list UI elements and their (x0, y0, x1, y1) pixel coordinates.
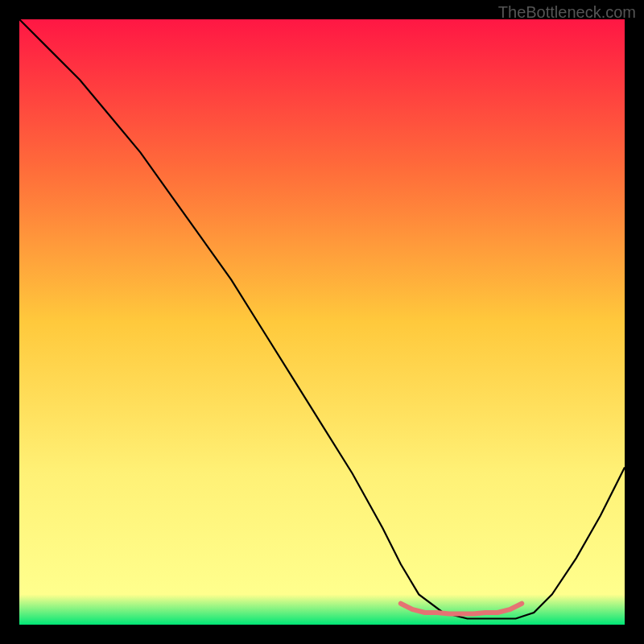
chart-area (19, 19, 625, 625)
watermark: TheBottleneck.com (498, 3, 636, 22)
gradient-background (19, 19, 625, 625)
bottleneck-chart (19, 19, 625, 625)
